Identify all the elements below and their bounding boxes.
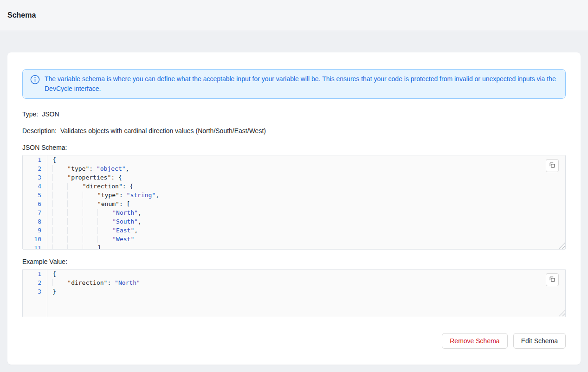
line-number: 9: [23, 226, 41, 235]
code-line: 4 "direction": {: [23, 182, 565, 191]
code-line: 1{: [23, 269, 565, 278]
info-alert: The variable schema is where you can def…: [22, 69, 566, 99]
code-line: 3 "properties": {: [23, 173, 565, 182]
edit-schema-button[interactable]: Edit Schema: [513, 333, 566, 349]
line-number: 1: [23, 269, 41, 278]
copy-icon: [549, 162, 556, 170]
code-text: }: [52, 287, 56, 296]
info-alert-text: The variable schema is where you can def…: [45, 74, 558, 94]
app-header: Schema: [0, 0, 588, 31]
code-line: 2 "type": "object",: [23, 164, 565, 173]
line-number: 6: [23, 199, 41, 208]
example-value-editor[interactable]: 1{2 "direction": "North"3}: [22, 269, 566, 317]
code-text: "type": "string",: [52, 191, 159, 199]
code-text: "direction": {: [52, 182, 133, 191]
code-text: {: [52, 269, 56, 278]
page-title: Schema: [7, 11, 36, 19]
code-text: "direction": "North": [52, 278, 140, 287]
json-schema-label: JSON Schema:: [22, 144, 566, 151]
type-value: JSON: [42, 110, 59, 118]
line-number: 10: [23, 235, 41, 244]
actions-row: Remove Schema Edit Schema: [22, 333, 566, 349]
code-text: "East",: [52, 226, 138, 235]
code-line: 3}: [23, 287, 565, 296]
schema-card: The variable schema is where you can def…: [7, 52, 581, 365]
code-line: 11 ]: [23, 244, 565, 250]
type-row: Type:JSON: [22, 110, 566, 118]
code-text: "South",: [52, 217, 142, 226]
info-icon: [30, 75, 40, 86]
line-number: 5: [23, 191, 41, 199]
remove-schema-button[interactable]: Remove Schema: [442, 333, 507, 349]
code-line: 7 "North",: [23, 208, 565, 217]
line-number: 3: [23, 287, 41, 296]
code-text: ]: [52, 244, 101, 250]
copy-schema-button[interactable]: [546, 159, 559, 172]
line-number: 2: [23, 278, 41, 287]
code-line: 5 "type": "string",: [23, 191, 565, 199]
code-line: 6 "enum": [: [23, 199, 565, 208]
code-text: "North",: [52, 208, 142, 217]
json-schema-editor[interactable]: 1{2 "type": "object",3 "properties": {4 …: [22, 155, 566, 250]
copy-example-button[interactable]: [546, 273, 559, 286]
code-line: 8 "South",: [23, 217, 565, 226]
line-number: 4: [23, 182, 41, 191]
line-number: 1: [23, 155, 41, 164]
main-content: The variable schema is where you can def…: [0, 31, 588, 370]
code-line: 10 "West": [23, 235, 565, 244]
code-line: 2 "direction": "North": [23, 278, 565, 287]
line-number: 2: [23, 164, 41, 173]
example-editor-resize-grip[interactable]: [559, 310, 565, 316]
code-text: "enum": [: [52, 199, 130, 208]
code-text: {: [52, 155, 56, 164]
example-value-label: Example Value:: [22, 258, 566, 265]
line-number: 11: [23, 244, 41, 250]
code-text: "West": [52, 235, 134, 244]
code-line: 9 "East",: [23, 226, 565, 235]
code-line: 1{: [23, 155, 565, 164]
code-text: "type": "object",: [52, 164, 129, 173]
copy-icon: [549, 276, 556, 284]
line-number: 8: [23, 217, 41, 226]
description-value: Validates objects with cardinal directio…: [60, 127, 266, 135]
description-row: Description:Validates objects with cardi…: [22, 127, 566, 135]
description-label: Description:: [22, 127, 57, 135]
type-label: Type:: [22, 110, 38, 118]
line-number: 3: [23, 173, 41, 182]
line-number: 7: [23, 208, 41, 217]
code-text: "properties": {: [52, 173, 122, 182]
